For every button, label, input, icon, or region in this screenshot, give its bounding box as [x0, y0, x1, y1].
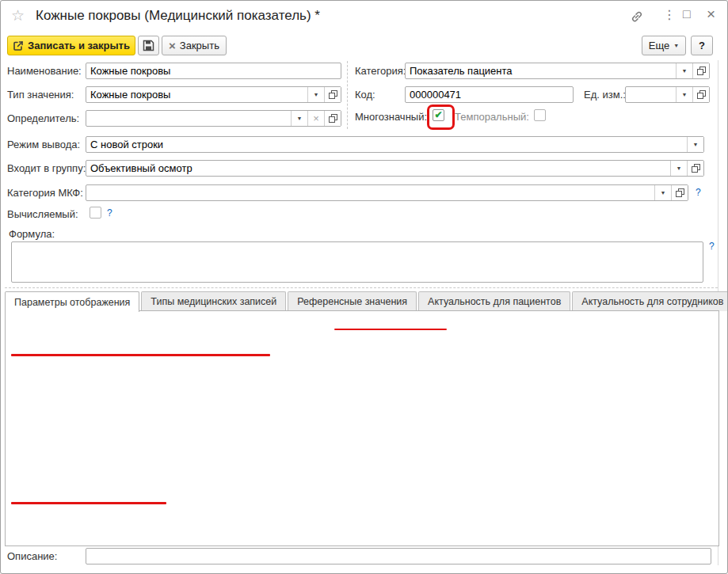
save-and-close-label: Записать и закрыть [28, 40, 130, 51]
chevron-down-icon: ▼ [314, 92, 319, 97]
qualifier-label: Определитель: [7, 112, 79, 124]
category-label: Категория: [355, 65, 406, 77]
dropdown-button[interactable]: ▼ [307, 87, 324, 102]
description-label: Описание: [7, 550, 57, 562]
tab-medical-record-types[interactable]: Типы медицинских записей [141, 291, 286, 311]
value-type-label: Тип значения: [7, 89, 74, 101]
choose-button[interactable] [671, 185, 688, 200]
tab-display-parameters[interactable]: Параметры отображения [5, 291, 139, 312]
computed-label: Вычисляемый: [7, 208, 78, 220]
close-button[interactable]: × Закрыть [162, 36, 227, 55]
icf-help-link[interactable]: ? [696, 187, 701, 198]
name-label: Наименование: [7, 65, 82, 77]
name-input[interactable]: Кожные покровы [86, 63, 341, 79]
qualifier-value [86, 111, 291, 126]
icf-category-value [86, 185, 654, 200]
annotation-underline-view [11, 354, 270, 356]
tab-reference-values[interactable]: Референсные значения [288, 291, 417, 311]
formula-value [12, 242, 20, 256]
link-icon[interactable] [630, 10, 644, 24]
annotation-underline-example [334, 329, 447, 330]
window-close-icon[interactable]: × [707, 6, 715, 21]
value-type-combo[interactable]: Кожные покровы ▼ [86, 86, 341, 103]
annotation-underline-size [11, 502, 166, 504]
dropdown-button[interactable]: ▼ [291, 111, 307, 126]
favorite-star-icon[interactable]: ☆ [11, 8, 25, 23]
section-separator [5, 287, 718, 288]
annotation-circle-multivalued [427, 105, 455, 130]
unit-label: Ед. изм.: [584, 89, 626, 101]
more-label: Еще [649, 40, 669, 51]
multivalued-label: Многозначный: [355, 111, 427, 123]
code-value: 000000471 [406, 87, 573, 102]
chevron-down-icon: ▼ [297, 116, 303, 121]
group-label: Входит в группу: [7, 162, 86, 174]
choose-button[interactable] [692, 87, 709, 102]
page-title: Кожные покровы (Медицинский показатель) … [36, 8, 320, 24]
choose-button[interactable] [324, 111, 341, 126]
description-input[interactable] [86, 548, 711, 564]
name-value: Кожные покровы [86, 63, 341, 78]
code-label: Код: [355, 89, 375, 101]
help-button[interactable]: ? [691, 36, 713, 55]
tab-bar: Параметры отображения Типы медицинских з… [5, 291, 728, 311]
menu-kebab-icon[interactable]: ⋮ [663, 9, 676, 21]
chevron-down-icon: ▼ [682, 68, 688, 74]
temporal-checkbox[interactable] [534, 109, 546, 121]
unit-value [626, 87, 676, 102]
unit-combo[interactable]: ▼ [625, 86, 710, 103]
output-mode-value: С новой строки [86, 137, 687, 152]
save-and-close-button[interactable]: Записать и закрыть [7, 36, 135, 55]
column-separator [347, 61, 348, 129]
code-input[interactable]: 000000471 [405, 86, 574, 103]
maximize-icon[interactable]: □ [683, 8, 691, 21]
save-button[interactable] [138, 36, 159, 55]
output-mode-combo[interactable]: С новой строки ▼ [86, 136, 704, 153]
group-value: Объективный осмотр [86, 161, 670, 176]
category-combo[interactable]: Показатель пациента ▼ [405, 63, 710, 79]
computed-checkbox[interactable] [90, 207, 101, 219]
formula-textarea[interactable] [11, 241, 703, 283]
formula-help-link[interactable]: ? [709, 241, 715, 252]
close-x-icon: × [169, 39, 176, 52]
choose-button[interactable] [324, 87, 341, 102]
output-mode-label: Режим вывода: [7, 139, 80, 150]
computed-help-link[interactable]: ? [107, 207, 112, 219]
category-value: Показатель пациента [406, 63, 676, 78]
temporal-label: Темпоральный: [455, 111, 529, 123]
choose-button[interactable] [687, 161, 703, 176]
icf-category-combo[interactable]: ▼ [86, 184, 688, 201]
chevron-down-icon: ▼ [673, 43, 679, 48]
clear-button[interactable]: × [307, 111, 324, 126]
icf-category-label: Категория МКФ: [7, 187, 83, 199]
choose-button[interactable] [692, 63, 709, 78]
dropdown-button[interactable]: ▼ [676, 87, 692, 102]
save-and-close-icon [13, 40, 24, 51]
dropdown-button[interactable]: ▼ [670, 161, 687, 176]
save-icon [143, 40, 154, 51]
tab-panel [5, 310, 719, 546]
tab-relevance-patients[interactable]: Актуальность для пациентов [418, 291, 570, 311]
dropdown-button[interactable]: ▼ [687, 137, 703, 152]
value-type-value: Кожные покровы [86, 87, 307, 102]
dropdown-button[interactable]: ▼ [676, 63, 692, 78]
window: ☆ Кожные покровы (Медицинский показатель… [0, 0, 728, 574]
chevron-down-icon: ▼ [661, 190, 666, 196]
tab-relevance-employees[interactable]: Актуальность для сотрудников [572, 291, 728, 311]
close-label: Закрыть [180, 40, 219, 51]
chevron-down-icon: ▼ [682, 92, 688, 97]
chevron-down-icon: ▼ [693, 142, 699, 147]
group-combo[interactable]: Объективный осмотр ▼ [86, 160, 704, 177]
description-value [86, 549, 711, 564]
chevron-down-icon: ▼ [677, 165, 682, 171]
more-button[interactable]: Еще ▼ [642, 36, 686, 55]
qualifier-combo[interactable]: ▼ × [86, 110, 341, 127]
dropdown-button[interactable]: ▼ [654, 185, 671, 200]
formula-label: Формула: [9, 228, 55, 240]
